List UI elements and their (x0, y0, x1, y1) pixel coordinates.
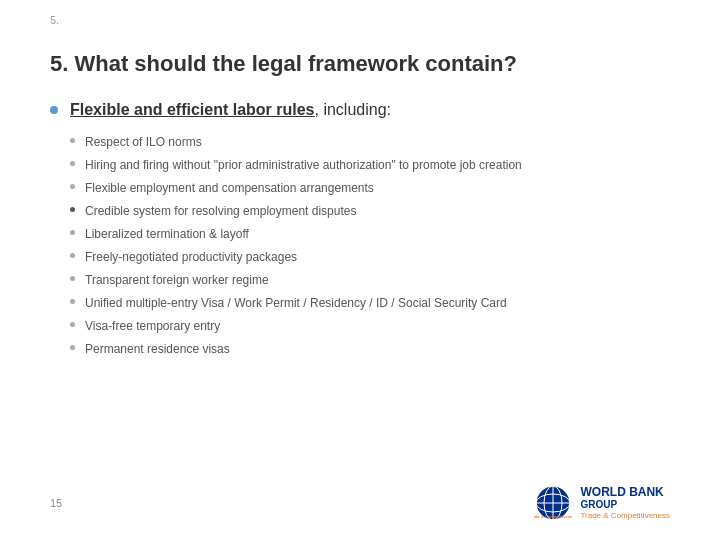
sub-bullet-item: Respect of ILO norms (70, 133, 670, 151)
sub-bullet-item: Hiring and firing without "prior adminis… (70, 156, 670, 174)
footer-logo: Trade & Competitiveness WORLD BANK GROUP… (534, 484, 670, 522)
sub-bullet-text: Hiring and firing without "prior adminis… (85, 156, 522, 174)
sub-bullet-item: Transparent foreign worker regime (70, 271, 670, 289)
sub-bullet-text: Transparent foreign worker regime (85, 271, 269, 289)
sub-bullet-text: Credible system for resolving employment… (85, 202, 356, 220)
sub-bullet-dot (70, 299, 75, 304)
sub-bullet-item: Permanent residence visas (70, 340, 670, 358)
sub-bullet-item: Liberalized termination & layoff (70, 225, 670, 243)
footer-page-number: 15 (50, 497, 62, 509)
slide-container: 5. 5. What should the legal framework co… (0, 0, 720, 540)
sub-bullet-text: Freely-negotiated productivity packages (85, 248, 297, 266)
logo-tagline-label: Trade & Competitiveness (580, 511, 670, 521)
sub-bullet-dot (70, 138, 75, 143)
sub-bullet-item: Flexible employment and compensation arr… (70, 179, 670, 197)
slide-top-label: 5. (50, 14, 59, 26)
sub-bullet-dot (70, 253, 75, 258)
sub-bullet-dot (70, 345, 75, 350)
footer: 15 Trade & Competitiveness WORLD BANK GR… (50, 484, 670, 522)
main-bullet: Flexible and efficient labor rules, incl… (50, 101, 670, 119)
sub-bullet-item: Visa-free temporary entry (70, 317, 670, 335)
sub-bullet-text: Liberalized termination & layoff (85, 225, 249, 243)
title-section: 5. What should the legal framework conta… (50, 50, 670, 79)
sub-bullet-dot (70, 207, 75, 212)
svg-text:Trade & Competitiveness: Trade & Competitiveness (534, 514, 572, 519)
main-bullet-underline: Flexible and efficient labor rules (70, 101, 315, 118)
slide-title: 5. What should the legal framework conta… (50, 50, 670, 79)
sub-bullet-item: Freely-negotiated productivity packages (70, 248, 670, 266)
sub-bullet-dot (70, 230, 75, 235)
sub-bullet-dot (70, 184, 75, 189)
sub-bullet-text: Unified multiple-entry Visa / Work Permi… (85, 294, 507, 312)
sub-bullet-item: Unified multiple-entry Visa / Work Permi… (70, 294, 670, 312)
sub-bullet-dot (70, 322, 75, 327)
sub-bullet-text: Permanent residence visas (85, 340, 230, 358)
sub-bullet-dot (70, 161, 75, 166)
sub-bullets-list: Respect of ILO normsHiring and firing wi… (70, 133, 670, 358)
logo-group-label: GROUP (580, 499, 670, 511)
main-bullet-rest: , including: (315, 101, 392, 118)
sub-bullet-item: Credible system for resolving employment… (70, 202, 670, 220)
sub-bullet-dot (70, 276, 75, 281)
logo-world-bank-label: WORLD BANK (580, 485, 670, 499)
logo-text: WORLD BANK GROUP Trade & Competitiveness (580, 485, 670, 521)
world-bank-globe-icon: Trade & Competitiveness (534, 484, 572, 522)
sub-bullet-text: Flexible employment and compensation arr… (85, 179, 374, 197)
sub-bullet-text: Visa-free temporary entry (85, 317, 220, 335)
main-bullet-dot (50, 106, 58, 114)
sub-bullet-text: Respect of ILO norms (85, 133, 202, 151)
main-bullet-text: Flexible and efficient labor rules, incl… (70, 101, 391, 119)
